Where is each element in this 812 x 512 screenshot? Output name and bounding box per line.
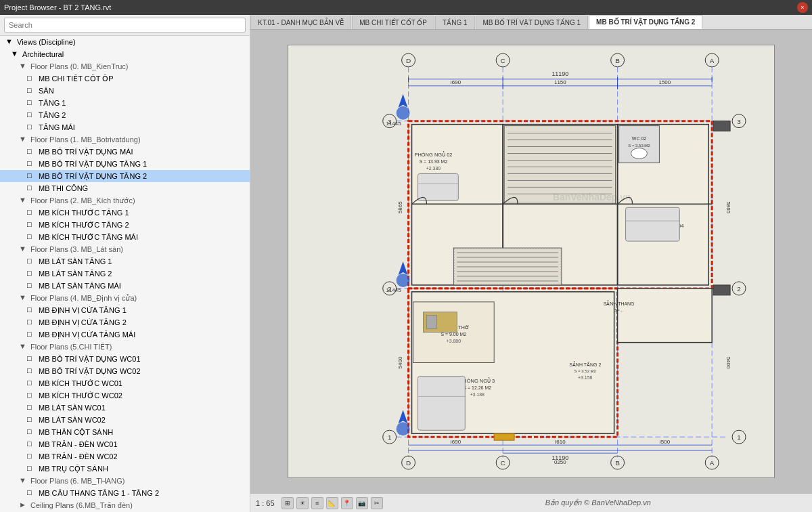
tree-tang1[interactable]: □ TẦNG 1 <box>0 97 250 109</box>
search-input[interactable] <box>4 18 246 33</box>
svg-text:11190: 11190 <box>551 70 568 77</box>
floorplans-3-label: Floor Plans (3. MB_Lát sàn) <box>30 245 123 253</box>
svg-rect-130 <box>494 433 514 440</box>
tree-tang-mai[interactable]: □ TẦNG MÁI <box>0 121 250 133</box>
mb-than-cot-sanh-label: MB THÂN CỘT SẢNH <box>39 428 113 437</box>
svg-text:I500: I500 <box>660 439 671 445</box>
tree-mb-dinh-vi-tang-mai[interactable]: □ MB ĐỊNH VỊ CỬA TẦNG MÁI <box>0 328 250 341</box>
plan-icon: □ <box>27 171 37 181</box>
tree-mb-than-cot-sanh[interactable]: □ MB THÂN CỘT SẢNH <box>0 426 250 438</box>
svg-text:S = 3.53 M2: S = 3.53 M2 <box>628 144 650 148</box>
svg-text:B: B <box>615 57 620 64</box>
close-button[interactable]: × <box>797 2 808 13</box>
svg-rect-117 <box>626 207 680 241</box>
collapse-icon: ▼ <box>19 135 28 144</box>
collapse-icon: ▼ <box>19 196 28 205</box>
tab-mb-bo-tri-tang1[interactable]: MB BỐ TRÍ VẬT DỤNG TẦNG 1 <box>476 16 589 29</box>
collapse-icon: ▼ <box>5 37 15 47</box>
tree-mb-lat-san-wc01[interactable]: □ MB LÁT SÀN WC01 <box>0 402 250 414</box>
floorplans-6-thang-label: Floor Plans (6. MB_THANG) <box>30 477 125 485</box>
tree-floorplans-5[interactable]: ▼ Floor Plans (5.CHI TIẾT) <box>0 341 250 353</box>
measure-icon[interactable]: 📐 <box>326 497 338 509</box>
san-label: SÂN <box>39 87 54 95</box>
mb-dinh-vi-tang1-label: MB ĐỊNH VỊ CỬA TẦNG 1 <box>39 306 127 315</box>
mb-tran-den-wc01-label: MB TRẦN - ĐÈN WC01 <box>39 440 118 449</box>
svg-text:PHÒNG NGỦ 02: PHÒNG NGỦ 02 <box>414 151 452 158</box>
mb-kt-tang2-label: MB KÍCH THƯỚC TẦNG 2 <box>39 221 129 230</box>
collapse-icon: ► <box>19 500 28 510</box>
tab-mb-chi-tiet[interactable]: MB CHI TIẾT CỐT ỐP <box>352 16 434 29</box>
plan-icon: □ <box>27 366 37 376</box>
tree-tang2[interactable]: □ TẦNG 2 <box>0 109 250 121</box>
tree-floorplans-4[interactable]: ▼ Floor Plans (4. MB_Định vị cửa) <box>0 292 250 304</box>
camera-icon[interactable]: 📷 <box>356 497 368 509</box>
plan-icon: □ <box>27 440 37 449</box>
tab-tang1[interactable]: TẦNG 1 <box>435 16 474 29</box>
tree-floorplans-6-thang[interactable]: ▼ Floor Plans (6. MB_THANG) <box>0 475 250 487</box>
mb-lat-san-wc02-label: MB LÁT SÀN WC02 <box>39 416 106 424</box>
architectural-label: Architectural <box>22 50 64 58</box>
plan-icon: □ <box>27 415 37 425</box>
tree-floorplans-3[interactable]: ▼ Floor Plans (3. MB_Lát sàn) <box>0 243 250 255</box>
svg-rect-129 <box>713 285 730 295</box>
drawing-viewport[interactable]: BẢN VẼ NHÀ ĐẸP BanVeNhaDep.vn <box>250 30 812 493</box>
grid-icon[interactable]: ⊞ <box>281 497 294 509</box>
tree-architectural[interactable]: ▼ Architectural <box>0 48 250 60</box>
tree-mb-kt-tang2[interactable]: □ MB KÍCH THƯỚC TẦNG 2 <box>0 219 250 231</box>
plan-icon: □ <box>27 379 37 388</box>
layers-icon[interactable]: ≡ <box>311 497 323 509</box>
tree-mb-tran-den-wc01[interactable]: □ MB TRẦN - ĐÈN WC01 <box>0 438 250 450</box>
tree-mb-kt-wc02[interactable]: □ MB KÍCH THƯỚC WC02 <box>0 389 250 402</box>
svg-text:+3.188: +3.188 <box>470 392 484 397</box>
tree-mb-kt-wc01[interactable]: □ MB KÍCH THƯỚC WC01 <box>0 377 250 389</box>
tree-mb-thi-cong[interactable]: □ MB THI CÔNG <box>0 182 250 194</box>
sun-icon[interactable]: ☀ <box>296 497 309 509</box>
tree-mb-bo-tri-tang1[interactable]: □ MB BỐ TRÍ VẬT DỤNG TẦNG 1 <box>0 158 250 170</box>
plan-icon: □ <box>27 269 37 278</box>
tree-mb-bo-tri-tang2[interactable]: □ MB BỐ TRÍ VẬT DỤNG TẦNG 2 <box>0 170 250 182</box>
tree-mb-tran-den-wc02[interactable]: □ MB TRẦN - ĐÈN WC02 <box>0 450 250 463</box>
floorplans-5-label: Floor Plans (5.CHI TIẾT) <box>30 343 112 351</box>
tree-mb-bo-tri-wc01[interactable]: □ MB BỐ TRÍ VẬT DỤNG WC01 <box>0 353 250 365</box>
tree-mb-cau-thang[interactable]: □ MB CẦU THANG TẦNG 1 - TẦNG 2 <box>0 487 250 499</box>
tree-mb-bo-tri-wc02[interactable]: □ MB BỐ TRÍ VẬT DỤNG WC02 <box>0 365 250 377</box>
svg-text:S = 3.52 M2: S = 3.52 M2 <box>574 369 597 373</box>
tree-mb-kt-tang1[interactable]: □ MB KÍCH THƯỚC TẦNG 1 <box>0 207 250 219</box>
tree-floorplans-1[interactable]: ▼ Floor Plans (1. MB_Botrivatdung) <box>0 133 250 146</box>
tree-mb-dinh-vi-tang2[interactable]: □ MB ĐỊNH VỊ CỬA TẦNG 2 <box>0 316 250 328</box>
svg-text:0250: 0250 <box>554 459 566 465</box>
plan-icon: □ <box>27 330 37 339</box>
tree-mb-lat-san-tang2[interactable]: □ MB LÁT SÀN TẦNG 2 <box>0 268 250 280</box>
tree-mb-lat-san-tang1[interactable]: □ MB LÁT SÀN TẦNG 1 <box>0 255 250 268</box>
svg-text:C: C <box>501 57 505 64</box>
tab-kt01[interactable]: KT.01 - DANH MỤC BẢN VẼ <box>250 16 351 29</box>
tree-mb-bo-tri-mai[interactable]: □ MB BỐ TRÍ VẬT DỤNG MÁI <box>0 146 250 158</box>
tree-mb-chi-tiet-cot-op[interactable]: □ MB CHI TIẾT CỐT ỐP <box>0 72 250 85</box>
crop-icon[interactable]: ✂ <box>371 497 383 509</box>
tab-mb-bo-tri-tang2[interactable]: MB BỐ TRÍ VẬT DỤNG TẦNG 2 <box>589 15 702 29</box>
mb-lat-san-tang-mai-label: MB LÁT SÀN TẦNG MÁI <box>39 282 121 291</box>
copyright-text: Bản quyền © BanVeNhaDep.vn <box>390 498 807 507</box>
pin-icon[interactable]: 📍 <box>341 497 353 509</box>
tree-mb-lat-san-wc02[interactable]: □ MB LÁT SÀN WC02 <box>0 414 250 426</box>
tree-floorplans-2[interactable]: ▼ Floor Plans (2. MB_Kích thước) <box>0 194 250 207</box>
svg-text:D: D <box>406 57 411 64</box>
tree-mb-lat-san-tang-mai[interactable]: □ MB LÁT SÀN TẦNG MÁI <box>0 280 250 292</box>
tree-views-discipline[interactable]: ▼ Views (Discipline) <box>0 36 250 48</box>
svg-text:SẢNH THANG: SẢNH THANG <box>604 300 635 306</box>
tree-ceiling-plans[interactable]: ► Ceiling Plans (6.MB_Trần đèn) <box>0 499 250 511</box>
plan-icon: □ <box>27 305 37 315</box>
tree-mb-kt-tang-mai[interactable]: □ MB KÍCH THƯỚC TẦNG MÁI <box>0 231 250 243</box>
plan-icon: □ <box>27 257 37 266</box>
status-bar: 1 : 65 ⊞ ☀ ≡ 📐 📍 📷 ✂ Bản quyền © BanVeNh… <box>250 493 812 512</box>
sidebar-tree[interactable]: ▼ Views (Discipline) ▼ Architectural ▼ F… <box>0 36 250 512</box>
tree-floorplans-0[interactable]: ▼ Floor Plans (0. MB_KienTruc) <box>0 60 250 72</box>
svg-text:A: A <box>710 459 715 467</box>
mb-dinh-vi-tang2-label: MB ĐỊNH VỊ CỬA TẦNG 2 <box>39 318 127 327</box>
svg-text:I690: I690 <box>451 79 461 85</box>
mb-tran-den-wc02-label: MB TRẦN - ĐÈN WC02 <box>39 452 118 461</box>
tree-san[interactable]: □ SÂN <box>0 85 250 97</box>
tree-mb-tru-cot-sanh[interactable]: □ MB TRỤ CỘT SẢNH <box>0 463 250 475</box>
tree-mb-dinh-vi-tang1[interactable]: □ MB ĐỊNH VỊ CỬA TẦNG 1 <box>0 304 250 316</box>
svg-text:2: 2 <box>737 285 741 293</box>
